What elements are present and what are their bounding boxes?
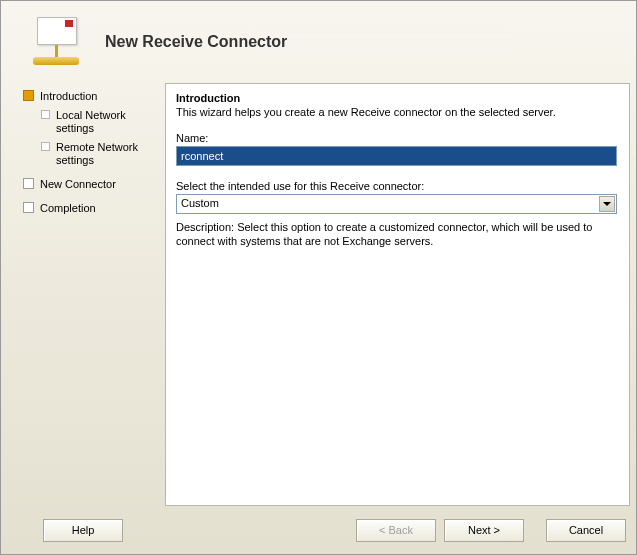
substep-indicator-icon bbox=[41, 110, 50, 119]
use-select[interactable]: Custom bbox=[176, 194, 617, 214]
use-description: Description: Select this option to creat… bbox=[176, 220, 617, 248]
content-heading: Introduction bbox=[176, 92, 617, 104]
wizard-footer: Help < Back Next > Cancel bbox=[1, 506, 636, 554]
help-button[interactable]: Help bbox=[43, 519, 123, 542]
step-label: New Connector bbox=[40, 177, 116, 191]
use-select-value: Custom bbox=[176, 194, 617, 214]
step-introduction[interactable]: Introduction bbox=[23, 89, 159, 103]
wizard-sidebar: Introduction Local Network settings Remo… bbox=[1, 83, 165, 506]
chevron-down-icon[interactable] bbox=[599, 196, 615, 212]
wizard-window: New Receive Connector Introduction Local… bbox=[0, 0, 637, 555]
step-label: Introduction bbox=[40, 89, 97, 103]
use-label: Select the intended use for this Receive… bbox=[176, 180, 617, 192]
substep-indicator-icon bbox=[41, 142, 50, 151]
next-button[interactable]: Next > bbox=[444, 519, 524, 542]
substeps-introduction: Local Network settings Remote Network se… bbox=[41, 109, 159, 167]
content-intro: This wizard helps you create a new Recei… bbox=[176, 106, 617, 118]
wizard-title: New Receive Connector bbox=[105, 33, 287, 51]
substep-label: Local Network settings bbox=[56, 109, 159, 135]
wizard-header: New Receive Connector bbox=[1, 1, 636, 79]
back-button: < Back bbox=[356, 519, 436, 542]
name-label: Name: bbox=[176, 132, 617, 144]
wizard-body: Introduction Local Network settings Remo… bbox=[1, 83, 636, 506]
substep-local-network[interactable]: Local Network settings bbox=[41, 109, 159, 135]
name-input[interactable] bbox=[176, 146, 617, 166]
substep-label: Remote Network settings bbox=[56, 141, 159, 167]
cancel-button[interactable]: Cancel bbox=[546, 519, 626, 542]
step-label: Completion bbox=[40, 201, 96, 215]
step-new-connector[interactable]: New Connector bbox=[23, 177, 159, 191]
step-completion[interactable]: Completion bbox=[23, 201, 159, 215]
substep-remote-network[interactable]: Remote Network settings bbox=[41, 141, 159, 167]
step-indicator-icon bbox=[23, 202, 34, 213]
wizard-content: Introduction This wizard helps you creat… bbox=[165, 83, 630, 506]
connector-banner-icon bbox=[29, 15, 89, 69]
step-indicator-icon bbox=[23, 90, 34, 101]
step-indicator-icon bbox=[23, 178, 34, 189]
